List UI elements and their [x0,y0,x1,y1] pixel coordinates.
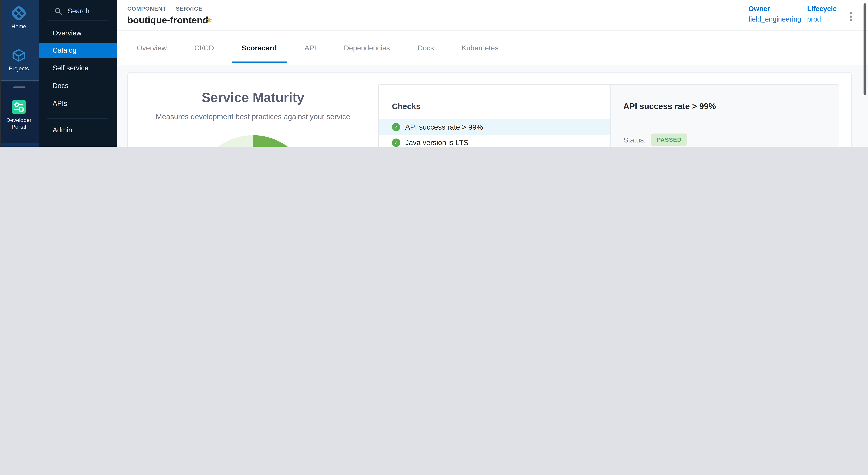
rail-item-label: Projects [0,65,38,72]
favorite-star-icon[interactable]: ★ [205,15,213,25]
check-name: Java version is LTS [405,138,468,147]
tab-scorecard[interactable]: Scorecard [232,30,287,65]
tab-kubernetes[interactable]: Kubernetes [452,30,508,65]
sidebar-item-admin[interactable]: Admin [39,123,117,138]
harness-logo-icon [0,5,38,22]
sidebar-item-catalog[interactable]: Catalog [39,43,117,58]
sliders-icon [0,99,38,115]
sidebar-item-overview[interactable]: Overview [39,26,117,41]
search-input[interactable]: Search [39,4,117,18]
rail-item-projects[interactable]: Projects [0,47,38,72]
checks-column-header: Checks [392,102,421,111]
vertical-scrollbar-thumb[interactable] [864,3,866,95]
kebab-menu-icon[interactable] [847,10,854,23]
rail-modules-section [1,143,39,147]
rail-item-developer-portal[interactable]: Developer Portal [0,99,38,130]
lifecycle-label: Lifecycle [807,5,837,13]
owner-meta[interactable]: Owner field_engineering [748,5,801,23]
owner-label: Owner [748,5,801,13]
scorecard-service-maturity: Service Maturity Measures development be… [127,72,852,147]
rail-item-label: Home [0,23,38,30]
rail-divider-handle [13,86,26,88]
divider [47,21,108,21]
tab-overview[interactable]: Overview [127,30,177,65]
tab-dependencies[interactable]: Dependencies [334,30,400,65]
tab-api[interactable]: API [294,30,326,65]
app-window: Home Projects Developer Portal Deploymen… [0,0,868,147]
page-title: boutique-frontend [127,15,208,26]
check-passed-icon [392,123,400,131]
score-donut-chart: 85 [195,135,311,147]
lifecycle-meta: Lifecycle prod [807,5,837,23]
sidebar-item-apis[interactable]: APIs [39,96,117,111]
status-badge: PASSED [651,133,687,146]
tab-bar: Overview CI/CD Scorecard API Dependencie… [117,30,868,65]
tab-docs[interactable]: Docs [408,30,444,65]
status-label: Status: [623,136,646,144]
check-name: API success rate > 99% [405,123,483,131]
divider [47,118,108,118]
scorecard-summary: Service Maturity Measures development be… [128,72,378,147]
scorecard-subtitle: Measures development best practices agai… [128,112,378,121]
search-icon [55,7,62,14]
rail-item-label: Developer Portal [0,117,38,130]
entity-header: COMPONENT — SERVICE boutique-frontend ★ … [117,0,868,30]
portal-sidebar: Search Overview Catalog Self service Doc… [39,0,117,147]
check-detail-panel: API success rate > 99% Status: PASSED [610,84,839,147]
detail-title: API success rate > 99% [623,101,716,111]
main-content: COMPONENT — SERVICE boutique-frontend ★ … [117,0,868,147]
rail-item-home[interactable]: Home [0,5,38,30]
sidebar-item-self-service[interactable]: Self service [39,61,117,76]
cube-icon [0,47,38,64]
search-placeholder: Search [67,7,89,15]
entity-kind: COMPONENT — SERVICE [127,5,203,12]
lifecycle-value: prod [807,16,837,23]
tab-cicd[interactable]: CI/CD [184,30,224,65]
module-rail: Home Projects Developer Portal Deploymen… [0,0,39,147]
scorecard-title: Service Maturity [128,89,378,106]
sidebar-item-docs[interactable]: Docs [39,79,117,94]
check-passed-icon [392,138,400,147]
owner-value[interactable]: field_engineering [748,16,801,23]
